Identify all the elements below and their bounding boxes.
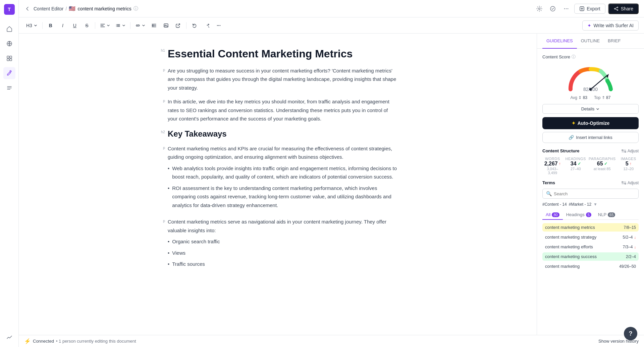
nlp-badge: 65: [608, 212, 615, 217]
redo-btn[interactable]: [201, 20, 212, 31]
svg-rect-4: [10, 59, 12, 61]
flag-icon: 🇺🇸: [69, 5, 75, 12]
auto-optimize-button[interactable]: ✦ Auto-Optimize: [542, 117, 639, 129]
link-btn[interactable]: [133, 20, 147, 31]
undo-btn[interactable]: [189, 20, 200, 31]
term-tab-nlp[interactable]: NLP 65: [595, 210, 619, 220]
status-bar: ⚡ Connected • 1 person currently editing…: [19, 335, 644, 347]
hyperlink-btn[interactable]: [173, 20, 183, 31]
para4-block: p Content marketing metrics serve as nav…: [157, 217, 398, 271]
list-btn[interactable]: [113, 20, 127, 31]
terms-search-box[interactable]: 🔍: [542, 189, 639, 199]
terms-adjust-btn[interactable]: Adjust: [622, 181, 639, 185]
check-icon-btn[interactable]: [547, 3, 558, 14]
toolbar: H3 B I U S: [19, 17, 644, 34]
svg-rect-1: [7, 56, 9, 58]
h1-marker: h1: [157, 47, 165, 52]
breadcrumb-parent[interactable]: Content Editor: [34, 6, 64, 11]
term-tab-all[interactable]: All 80: [542, 210, 563, 220]
align-btn[interactable]: [98, 20, 112, 31]
tab-brief[interactable]: BRIEF: [604, 34, 625, 49]
help-button[interactable]: ?: [624, 327, 637, 340]
tag-content[interactable]: #Content - 14: [542, 202, 567, 207]
term-score-4: 2/2–4: [626, 254, 636, 259]
para4-marker: p: [157, 217, 165, 223]
term-text-4: content marketing success: [545, 254, 597, 259]
structure-adjust-btn[interactable]: Adjust: [622, 149, 639, 153]
underline-btn[interactable]: U: [69, 20, 80, 31]
bullet4: Views: [168, 249, 398, 257]
indent-btn[interactable]: [149, 20, 159, 31]
sidebar-icon-globe[interactable]: [3, 38, 15, 50]
images-value: 5 ↑: [619, 161, 639, 167]
sidebar-icon-chart[interactable]: [3, 331, 15, 343]
term-tab-headings[interactable]: Headings 5: [563, 210, 595, 220]
terms-section: Terms Adjust 🔍 #Content - 14 #Market - 1…: [542, 180, 639, 270]
score-max: /100: [589, 87, 598, 92]
italic-btn[interactable]: I: [57, 20, 68, 31]
sidebar-icon-edit[interactable]: [3, 67, 15, 79]
stat-images: IMAGES 5 ↑ 12–20: [619, 157, 639, 175]
editor-container: h1 Essential Content Marketing Metrics p…: [19, 34, 644, 335]
words-label: WORDS: [542, 157, 562, 161]
strikethrough-btn[interactable]: S: [82, 20, 92, 31]
para2-marker: p: [157, 97, 165, 103]
write-surfer-label: Write with Surfer AI: [593, 23, 634, 28]
settings-icon-btn[interactable]: [534, 3, 545, 14]
tag-market[interactable]: #Market - 12: [569, 202, 591, 207]
term-tabs: All 80 Headings 5 NLP 65: [542, 210, 639, 220]
para3-marker: p: [157, 144, 165, 150]
term-item-2[interactable]: content marketing strategy 5/2–4 ↓: [542, 233, 639, 241]
term-score-1: 7/8–15: [624, 225, 636, 230]
images-range: 12–20: [619, 167, 639, 171]
paragraphs-value: 65 ✓: [589, 161, 616, 167]
breadcrumb-sep: /: [66, 6, 67, 11]
score-value: 82: [583, 87, 589, 92]
auto-optimize-label: Auto-Optimize: [578, 120, 610, 126]
heading-selector[interactable]: H3: [24, 20, 40, 31]
svg-point-19: [217, 25, 218, 26]
terms-header: Terms Adjust: [542, 180, 639, 185]
doc-info-icon[interactable]: ⓘ: [133, 6, 138, 12]
internal-links-label: Insert internal links: [576, 135, 612, 140]
user-avatar[interactable]: T: [4, 4, 15, 15]
para4[interactable]: Content marketing metrics serve as navig…: [168, 217, 398, 235]
para1[interactable]: Are you struggling to measure success in…: [168, 66, 398, 92]
para2-block: p In this article, we dive into the key …: [157, 97, 398, 123]
h2-heading[interactable]: Key Takeaways: [168, 129, 398, 139]
back-button[interactable]: [24, 5, 31, 12]
term-item-5[interactable]: content marketing 49/26–50: [542, 262, 639, 270]
more-icon-btn[interactable]: [561, 3, 572, 14]
share-button[interactable]: Share: [608, 3, 639, 14]
sidebar-icon-grid[interactable]: [3, 52, 15, 64]
main-heading[interactable]: Essential Content Marketing Metrics: [168, 47, 398, 61]
main-area: Content Editor / 🇺🇸 content marketing me…: [19, 0, 644, 347]
h2-marker: h2: [157, 129, 165, 134]
write-surfer-button[interactable]: ✦ Write with Surfer AI: [582, 20, 639, 31]
sidebar-icon-home[interactable]: [3, 23, 15, 35]
bold-btn[interactable]: B: [45, 20, 56, 31]
content-score-text: Content Score: [542, 54, 570, 59]
sidebar-icon-list[interactable]: [3, 82, 15, 94]
tab-guidelines[interactable]: GUIDELINES: [542, 34, 577, 49]
term-item-1[interactable]: content marketing metrics 7/8–15: [542, 223, 639, 232]
term-text-5: content marketing: [545, 264, 580, 269]
terms-search-input[interactable]: [554, 191, 635, 196]
tags-dropdown[interactable]: ▼: [593, 202, 597, 207]
para2[interactable]: In this article, we dive into the key me…: [168, 97, 398, 123]
svg-point-6: [550, 6, 555, 11]
editor-area[interactable]: h1 Essential Content Marketing Metrics p…: [19, 34, 537, 335]
tab-outline[interactable]: OUTLINE: [577, 34, 604, 49]
image-btn[interactable]: [161, 20, 171, 31]
link-icon: 🔗: [569, 135, 574, 140]
export-button[interactable]: Export: [574, 4, 605, 14]
internal-links-button[interactable]: 🔗 Insert internal links: [542, 132, 639, 143]
h2-block: h2 Key Takeaways: [157, 129, 398, 139]
term-item-4[interactable]: content marketing success 2/2–4: [542, 252, 639, 261]
term-item-3[interactable]: content marketing efforts 7/3–4 ↓: [542, 243, 639, 251]
auto-optimize-sparkle: ✦: [572, 120, 576, 126]
para3[interactable]: Content marketing metrics and KPIs are c…: [168, 144, 398, 161]
more-toolbar-btn[interactable]: [213, 20, 224, 31]
content-score-info[interactable]: ⓘ: [572, 54, 576, 60]
details-button[interactable]: Details: [542, 104, 639, 114]
